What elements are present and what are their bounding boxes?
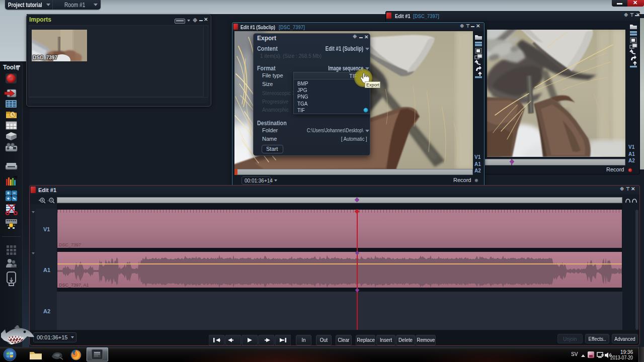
svg-text:-: - [47, 198, 49, 203]
svg-text:+: + [38, 198, 41, 203]
